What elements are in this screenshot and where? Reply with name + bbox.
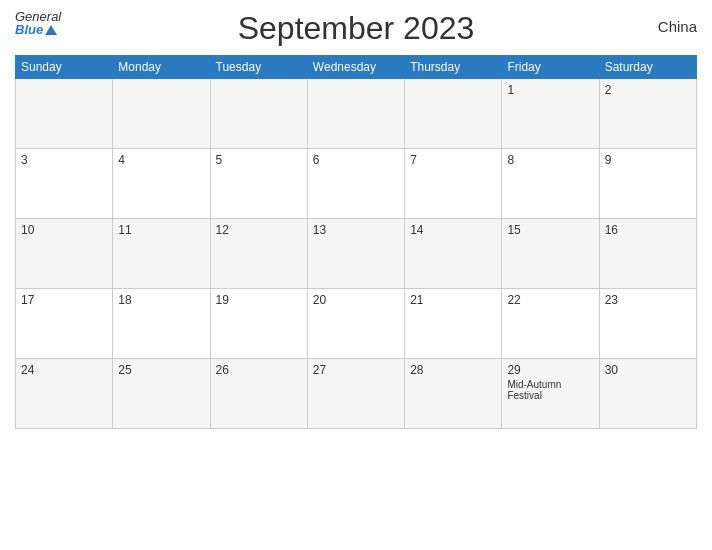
- day-number: 14: [410, 223, 496, 237]
- calendar-cell: 13: [307, 219, 404, 289]
- calendar-cell: 30: [599, 359, 696, 429]
- calendar-cell: 8: [502, 149, 599, 219]
- day-number: 22: [507, 293, 593, 307]
- logo-triangle-icon: [45, 25, 57, 35]
- day-number: 10: [21, 223, 107, 237]
- calendar-cell: 9: [599, 149, 696, 219]
- col-saturday: Saturday: [599, 56, 696, 79]
- calendar-cell: 28: [405, 359, 502, 429]
- holiday-label: Mid-Autumn Festival: [507, 379, 593, 401]
- col-thursday: Thursday: [405, 56, 502, 79]
- col-tuesday: Tuesday: [210, 56, 307, 79]
- day-number: 21: [410, 293, 496, 307]
- calendar-grid: Sunday Monday Tuesday Wednesday Thursday…: [15, 55, 697, 429]
- logo: General Blue: [15, 10, 61, 36]
- table-row: 242526272829Mid-Autumn Festival30: [16, 359, 697, 429]
- calendar-header: General Blue September 2023 China: [15, 10, 697, 47]
- day-number: 16: [605, 223, 691, 237]
- day-number: 28: [410, 363, 496, 377]
- col-monday: Monday: [113, 56, 210, 79]
- col-sunday: Sunday: [16, 56, 113, 79]
- day-number: 2: [605, 83, 691, 97]
- day-number: 15: [507, 223, 593, 237]
- day-number: 24: [21, 363, 107, 377]
- day-number: 20: [313, 293, 399, 307]
- day-number: 18: [118, 293, 204, 307]
- calendar-cell: [307, 79, 404, 149]
- table-row: 12: [16, 79, 697, 149]
- calendar-cell: 16: [599, 219, 696, 289]
- calendar-container: General Blue September 2023 China Sunday…: [0, 0, 712, 550]
- day-number: 19: [216, 293, 302, 307]
- day-number: 27: [313, 363, 399, 377]
- calendar-cell: 7: [405, 149, 502, 219]
- calendar-cell: 29Mid-Autumn Festival: [502, 359, 599, 429]
- calendar-cell: 21: [405, 289, 502, 359]
- calendar-cell: [405, 79, 502, 149]
- country-label: China: [658, 18, 697, 35]
- day-number: 17: [21, 293, 107, 307]
- calendar-cell: 5: [210, 149, 307, 219]
- calendar-cell: 27: [307, 359, 404, 429]
- col-wednesday: Wednesday: [307, 56, 404, 79]
- table-row: 3456789: [16, 149, 697, 219]
- day-number: 12: [216, 223, 302, 237]
- calendar-cell: 23: [599, 289, 696, 359]
- day-number: 6: [313, 153, 399, 167]
- calendar-cell: 6: [307, 149, 404, 219]
- day-number: 26: [216, 363, 302, 377]
- day-number: 29: [507, 363, 593, 377]
- calendar-cell: 11: [113, 219, 210, 289]
- calendar-cell: 19: [210, 289, 307, 359]
- day-number: 5: [216, 153, 302, 167]
- calendar-cell: 4: [113, 149, 210, 219]
- calendar-cell: 2: [599, 79, 696, 149]
- calendar-cell: 17: [16, 289, 113, 359]
- calendar-cell: 20: [307, 289, 404, 359]
- day-number: 11: [118, 223, 204, 237]
- day-number: 9: [605, 153, 691, 167]
- calendar-cell: 24: [16, 359, 113, 429]
- calendar-cell: [16, 79, 113, 149]
- day-number: 3: [21, 153, 107, 167]
- calendar-cell: 18: [113, 289, 210, 359]
- calendar-cell: 25: [113, 359, 210, 429]
- calendar-cell: 15: [502, 219, 599, 289]
- day-number: 25: [118, 363, 204, 377]
- day-number: 23: [605, 293, 691, 307]
- calendar-cell: 14: [405, 219, 502, 289]
- calendar-cell: [113, 79, 210, 149]
- table-row: 17181920212223: [16, 289, 697, 359]
- calendar-title: September 2023: [238, 10, 475, 47]
- day-number: 30: [605, 363, 691, 377]
- table-row: 10111213141516: [16, 219, 697, 289]
- calendar-cell: 10: [16, 219, 113, 289]
- days-of-week-row: Sunday Monday Tuesday Wednesday Thursday…: [16, 56, 697, 79]
- calendar-cell: 26: [210, 359, 307, 429]
- calendar-cell: 3: [16, 149, 113, 219]
- calendar-cell: [210, 79, 307, 149]
- day-number: 8: [507, 153, 593, 167]
- calendar-cell: 12: [210, 219, 307, 289]
- day-number: 1: [507, 83, 593, 97]
- col-friday: Friday: [502, 56, 599, 79]
- calendar-cell: 22: [502, 289, 599, 359]
- day-number: 4: [118, 153, 204, 167]
- day-number: 13: [313, 223, 399, 237]
- logo-blue-text: Blue: [15, 23, 43, 36]
- calendar-cell: 1: [502, 79, 599, 149]
- day-number: 7: [410, 153, 496, 167]
